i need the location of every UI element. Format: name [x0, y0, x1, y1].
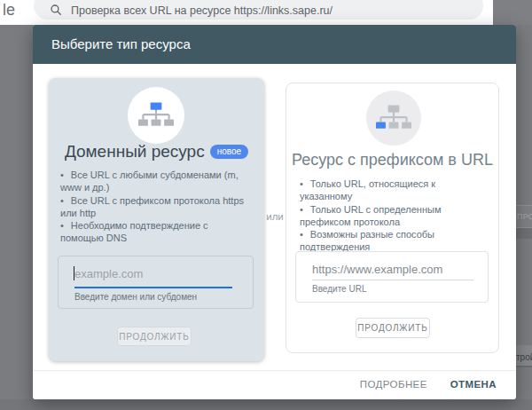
domain-card-bullets: •Все URL с любыми субдоменами (m, www и … — [60, 169, 244, 245]
domain-property-card[interactable]: Доменный ресурсновое •Все URL с любыми с… — [49, 78, 264, 361]
prefix-card-title-row: Ресурс с префиксом в URL — [286, 151, 498, 170]
or-divider-label: или — [262, 211, 287, 222]
dialog-footer: ПОДРОБНЕЕ ОТМЕНА — [360, 379, 497, 390]
domain-continue-button[interactable]: ПРОДОЛЖИТЬ — [117, 327, 192, 346]
details-button[interactable]: ПОДРОБНЕЕ — [360, 379, 427, 390]
background-table-header-fragment: ПРОС — [516, 205, 532, 228]
bullet-item: •Возможны разные способы подтверждения — [300, 228, 473, 254]
select-property-type-dialog: Выберите тип ресурса Доменный ресурсново… — [33, 25, 516, 399]
sitemap-icon — [376, 104, 411, 132]
url-input[interactable] — [312, 260, 472, 278]
bullet-item: •Необходимо подтверждение с помощью DNS — [60, 219, 244, 245]
input-focus-underline — [74, 287, 232, 288]
background-row-fragment — [516, 228, 532, 239]
bullet-item: •Все URL с префиксом протокола https или… — [60, 194, 244, 220]
domain-input-box: Введите домен или субдомен — [58, 256, 254, 309]
dialog-header: Выберите тип ресурса — [33, 25, 516, 64]
bullet-item: •Только URL, относящиеся к указанному — [300, 177, 473, 203]
domain-card-title: Доменный ресурс — [65, 142, 205, 161]
domain-card-title-row: Доменный ресурсновое — [49, 142, 264, 162]
domain-input[interactable] — [74, 264, 234, 282]
dialog-title: Выберите тип ресурса — [51, 25, 191, 64]
bullet-item: •Только URL с определенным префиксом про… — [300, 203, 473, 229]
bullet-item: •Все URL с любыми субдоменами (m, www и … — [60, 169, 244, 194]
background-settings-fragment: трой — [516, 345, 532, 367]
screen: le Проверка всех URL на ресурсе https://… — [0, 0, 532, 410]
new-badge: новое — [210, 145, 248, 159]
input-underline — [312, 280, 473, 280]
cancel-button[interactable]: ОТМЕНА — [450, 379, 497, 390]
prefix-icon-circle — [366, 91, 421, 146]
footer-divider — [33, 370, 516, 371]
dimmed-overlay-bottom — [0, 399, 532, 410]
prefix-card-title: Ресурс с префиксом в URL — [292, 151, 493, 169]
url-input-hint: Введите URL — [312, 284, 366, 294]
search-query-text: Проверка всех URL на ресурсе https://lin… — [71, 4, 332, 17]
url-input-box: Введите URL — [295, 251, 489, 303]
dimmed-overlay-corner — [493, 0, 532, 25]
url-prefix-property-card[interactable]: Ресурс с префиксом в URL •Только URL, от… — [286, 83, 499, 353]
google-logo-fragment: le — [3, 1, 15, 20]
domain-input-hint: Введите домен или субдомен — [74, 292, 197, 302]
sitemap-icon — [138, 101, 174, 130]
prefix-card-bullets: •Только URL, относящиеся к указанному •Т… — [300, 177, 473, 254]
domain-icon-circle — [128, 87, 184, 144]
prefix-continue-button[interactable]: ПРОДОЛЖИТЬ — [356, 318, 430, 338]
search-icon — [50, 4, 62, 16]
